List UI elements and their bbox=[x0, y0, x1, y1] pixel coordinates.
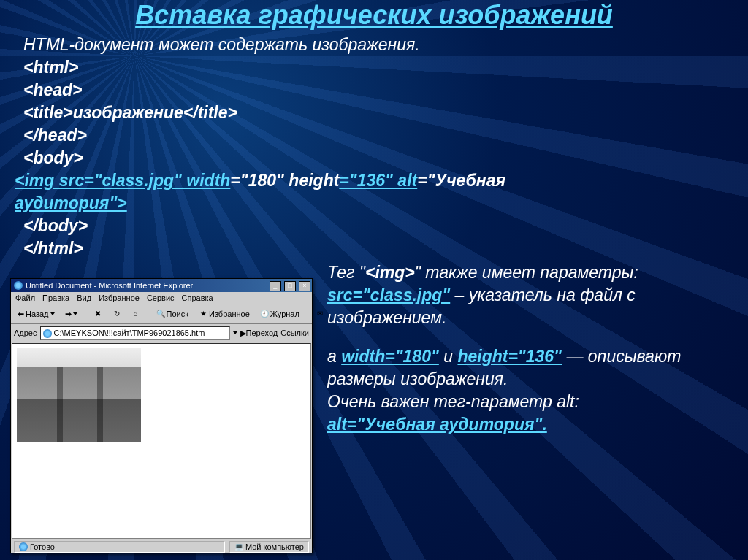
address-value: C:\MEYKSON\!!!сайт\TMP969021865.htm bbox=[54, 329, 205, 337]
code-line-img2: аудитория"> bbox=[15, 192, 733, 215]
code-plain: ="Учебная bbox=[417, 171, 505, 190]
addressbar: Адрес C:\MEYKSON\!!!сайт\TMP969021865.ht… bbox=[11, 324, 312, 342]
intro-text: HTML-документ может содержать изображени… bbox=[23, 34, 733, 56]
code-line: </html> bbox=[23, 237, 733, 260]
status-ready: Готово bbox=[14, 541, 225, 553]
code-line: <title>изображение</title> bbox=[23, 101, 733, 124]
links-label[interactable]: Ссылки bbox=[280, 329, 309, 337]
img-tag-name: <img> bbox=[365, 263, 415, 282]
ie-icon bbox=[14, 281, 23, 290]
alt-param: alt="Учебная аудитория". bbox=[327, 415, 547, 434]
code-line-img: <img src="class.jpg" width="180" height=… bbox=[15, 169, 733, 192]
code-line: </body> bbox=[23, 215, 733, 237]
page-icon bbox=[43, 329, 52, 338]
menubar: Файл Правка Вид Избранное Сервис Справка bbox=[11, 292, 312, 304]
refresh-icon: ↻ bbox=[112, 310, 121, 318]
code-line: <html> bbox=[23, 56, 733, 79]
maximize-button[interactable]: □ bbox=[284, 281, 296, 291]
stop-button[interactable]: ✖ bbox=[90, 308, 106, 320]
back-button[interactable]: ⬅ Назад bbox=[14, 308, 58, 321]
para-1: Тег "<img>" также имеет параметры: src="… bbox=[327, 261, 736, 329]
menu-help[interactable]: Справка bbox=[182, 294, 213, 302]
home-button[interactable]: ⌂ bbox=[128, 308, 144, 320]
code-plain: ="180" height bbox=[230, 171, 339, 190]
refresh-button[interactable]: ↻ bbox=[109, 308, 125, 320]
home-icon: ⌂ bbox=[131, 310, 140, 318]
favorites-button[interactable]: ★Избранное bbox=[195, 308, 253, 320]
browser-window: Untitled Document - Microsoft Internet E… bbox=[10, 278, 313, 553]
code-line: </head> bbox=[23, 124, 733, 147]
window-title: Untitled Document - Microsoft Internet E… bbox=[26, 281, 193, 290]
titlebar: Untitled Document - Microsoft Internet E… bbox=[11, 279, 312, 292]
code-block: HTML-документ может содержать изображени… bbox=[15, 34, 733, 260]
address-label: Адрес bbox=[14, 329, 37, 337]
clock-icon: 🕘 bbox=[260, 310, 269, 318]
para-3: Очень важен тег-параметр alt: alt="Учебн… bbox=[327, 391, 736, 436]
viewport bbox=[12, 343, 311, 539]
forward-button[interactable]: ➡ bbox=[61, 308, 81, 321]
menu-edit[interactable]: Правка bbox=[42, 294, 69, 302]
search-icon: 🔍 bbox=[156, 310, 165, 318]
classroom-image bbox=[17, 348, 141, 442]
stop-icon: ✖ bbox=[94, 310, 102, 318]
status-zone: 💻 Мой компьютер bbox=[229, 541, 309, 553]
toolbar: ⬅ Назад ➡ ✖ ↻ ⌂ 🔍Поиск ★Избранное 🕘Журна… bbox=[11, 304, 312, 324]
menu-tools[interactable]: Сервис bbox=[147, 294, 175, 302]
ie-icon bbox=[19, 542, 28, 551]
page-title: Вставка графических изображений bbox=[15, 0, 733, 31]
width-param: width="180" bbox=[341, 347, 439, 366]
star-icon: ★ bbox=[199, 310, 207, 318]
address-dropdown-icon[interactable] bbox=[233, 331, 237, 334]
src-param: src="class.jpg" bbox=[327, 285, 450, 304]
address-input[interactable]: C:\MEYKSON\!!!сайт\TMP969021865.htm bbox=[40, 326, 230, 340]
minimize-button[interactable]: _ bbox=[270, 281, 281, 291]
mail-button[interactable]: ✉ bbox=[312, 308, 328, 320]
menu-file[interactable]: Файл bbox=[15, 294, 35, 302]
height-param: height="136" bbox=[457, 347, 562, 366]
go-button[interactable]: ▶Переход bbox=[240, 329, 278, 338]
statusbar: Готово 💻 Мой компьютер bbox=[11, 540, 312, 553]
code-line: <body> bbox=[23, 147, 733, 169]
menu-favorites[interactable]: Избранное bbox=[99, 294, 140, 302]
code-line: <head> bbox=[23, 79, 733, 101]
explanation: Тег "<img>" также имеет параметры: src="… bbox=[327, 261, 736, 436]
history-button[interactable]: 🕘Журнал bbox=[256, 308, 303, 320]
menu-view[interactable]: Вид bbox=[77, 294, 91, 302]
close-button[interactable]: × bbox=[299, 281, 310, 291]
img-tag-end: аудитория"> bbox=[15, 193, 127, 212]
img-tag-src: <img src="class.jpg" width bbox=[15, 171, 230, 190]
mail-icon: ✉ bbox=[316, 310, 324, 318]
para-2: а width="180" и height="136" — описывают… bbox=[327, 345, 736, 391]
computer-icon: 💻 bbox=[234, 542, 243, 551]
img-tag-height: ="136" alt bbox=[339, 171, 417, 190]
search-button[interactable]: 🔍Поиск bbox=[153, 308, 192, 320]
